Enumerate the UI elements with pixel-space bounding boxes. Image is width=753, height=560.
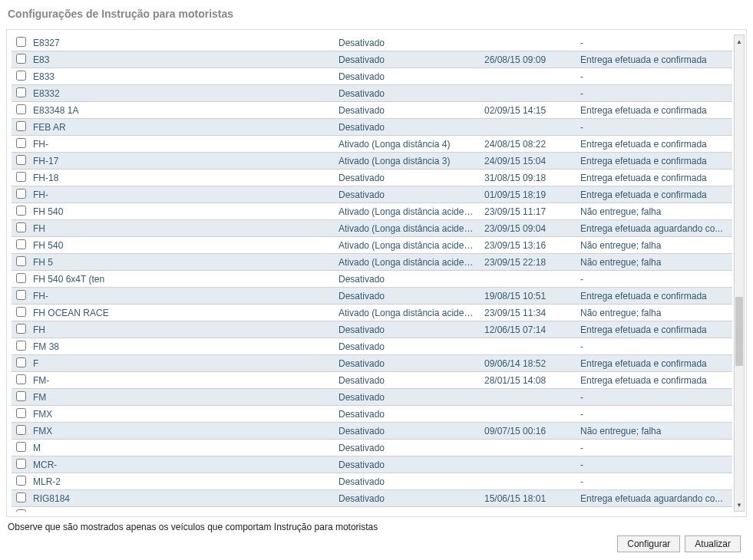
table-row[interactable]: FHAtivado (Longa distância acidenta...23…	[12, 220, 732, 237]
table-row[interactable]: FHDesativado12/06/15 07:14Entrega efetua…	[12, 321, 732, 338]
row-checkbox-cell	[12, 254, 30, 271]
status-value: Desativado	[335, 170, 481, 186]
table-row[interactable]: FMXDesativado09/07/15 00:16Não entregue;…	[12, 423, 732, 440]
table-row[interactable]: FDesativado09/06/14 18:52Entrega efetuad…	[12, 355, 732, 372]
status-value: Desativado	[335, 288, 481, 305]
row-checkbox[interactable]	[16, 408, 26, 418]
row-checkbox[interactable]	[16, 459, 26, 469]
vehicle-name: FH 540	[30, 237, 335, 254]
row-checkbox[interactable]	[16, 374, 26, 384]
row-checkbox[interactable]	[16, 189, 26, 199]
table-row[interactable]: FH 5Ativado (Longa distância acidenta...…	[12, 254, 732, 271]
table-row[interactable]: FH-18Desativado31/08/15 09:18Entrega efe…	[12, 170, 732, 186]
date-value	[481, 389, 577, 406]
date-value: 24/09/15 15:04	[481, 153, 577, 170]
status-value: Desativado	[335, 338, 481, 355]
date-value: 31/08/15 09:18	[481, 170, 577, 186]
vertical-scrollbar[interactable]: ▲ ▼	[734, 35, 745, 512]
row-checkbox[interactable]	[16, 71, 26, 81]
row-checkbox[interactable]	[16, 206, 26, 216]
table-row[interactable]: FMDesativado-	[12, 389, 732, 406]
date-value: 28/01/15 14:08	[481, 372, 577, 389]
table-row[interactable]: FH-Desativado19/08/15 10:51Entrega efetu…	[12, 288, 732, 305]
table-row[interactable]: FH-Ativado (Longa distância 4)24/08/15 0…	[12, 136, 732, 153]
table-row[interactable]: E8327Desativado-	[12, 35, 732, 51]
table-row[interactable]: E83348 1ADesativado02/09/15 14:15Entrega…	[12, 102, 732, 119]
row-checkbox[interactable]	[16, 239, 26, 249]
row-checkbox-cell	[12, 102, 30, 119]
vehicle-name: FH 5	[30, 254, 335, 271]
table-row[interactable]: VM 33Ativado (45/1/60)04/03/15 09:11Entr…	[12, 507, 732, 512]
date-value: 12/06/15 07:14	[481, 321, 577, 338]
result-value: Entrega efetuada e confirmada	[577, 372, 732, 389]
row-checkbox[interactable]	[16, 138, 26, 148]
table-row[interactable]: FEB ARDesativado-	[12, 119, 732, 136]
result-value: Não entregue; falha	[577, 237, 732, 254]
row-checkbox-cell	[12, 473, 30, 490]
row-checkbox-cell	[12, 51, 30, 68]
vehicle-name: E83	[30, 51, 335, 68]
result-value: -	[577, 35, 732, 51]
row-checkbox[interactable]	[16, 222, 26, 232]
table-row[interactable]: FM 38Desativado-	[12, 338, 732, 355]
vehicle-name: E83348 1A	[30, 102, 335, 119]
row-checkbox[interactable]	[16, 425, 26, 435]
table-row[interactable]: FH 540Ativado (Longa distância acidenta.…	[12, 203, 732, 220]
row-checkbox[interactable]	[16, 442, 26, 452]
status-value: Ativado (Longa distância acidenta...	[335, 220, 481, 237]
table-row[interactable]: FH-17Ativado (Longa distância 3)24/09/15…	[12, 153, 732, 170]
row-checkbox[interactable]	[16, 155, 26, 165]
date-value	[481, 440, 577, 456]
row-checkbox-cell	[12, 186, 30, 203]
row-checkbox[interactable]	[16, 37, 26, 47]
row-checkbox-cell	[12, 490, 30, 507]
table-row[interactable]: MDesativado-	[12, 440, 732, 456]
row-checkbox[interactable]	[16, 290, 26, 300]
row-checkbox-cell	[12, 153, 30, 170]
table-row[interactable]: E83Desativado26/08/15 09:09Entrega efetu…	[12, 51, 732, 68]
result-value: Entrega efetuada e confirmada	[577, 288, 732, 305]
table-row[interactable]: E833Desativado-	[12, 68, 732, 85]
table-row[interactable]: FMXDesativado-	[12, 406, 732, 423]
row-checkbox-cell	[12, 237, 30, 254]
date-value: 23/09/15 13:16	[481, 237, 577, 254]
row-checkbox[interactable]	[16, 87, 26, 97]
table-row[interactable]: MLR-2Desativado-	[12, 473, 732, 490]
row-checkbox[interactable]	[16, 121, 26, 131]
configure-button[interactable]: Configurar	[617, 535, 680, 552]
date-value: 23/09/15 09:04	[481, 220, 577, 237]
row-checkbox[interactable]	[16, 492, 26, 502]
status-value: Ativado (Longa distância 3)	[335, 153, 481, 170]
row-checkbox[interactable]	[16, 391, 26, 401]
row-checkbox[interactable]	[16, 357, 26, 367]
table-row[interactable]: FH 540Ativado (Longa distância acidenta.…	[12, 237, 732, 254]
row-checkbox[interactable]	[16, 324, 26, 334]
table-row[interactable]: MCR-Desativado-	[12, 456, 732, 473]
row-checkbox[interactable]	[16, 341, 26, 351]
row-checkbox[interactable]	[16, 509, 26, 512]
result-value: Não entregue; falha	[577, 305, 732, 321]
row-checkbox[interactable]	[16, 307, 26, 317]
row-checkbox[interactable]	[16, 54, 26, 64]
table-row[interactable]: FH 540 6x4T (tenDesativado-	[12, 271, 732, 288]
scroll-thumb[interactable]	[735, 297, 743, 366]
table-row[interactable]: FH OCEAN RACEAtivado (Longa distância ac…	[12, 305, 732, 321]
row-checkbox[interactable]	[16, 476, 26, 486]
row-checkbox[interactable]	[16, 104, 26, 114]
row-checkbox[interactable]	[16, 273, 26, 283]
table-row[interactable]: FM-Desativado28/01/15 14:08Entrega efetu…	[12, 372, 732, 389]
row-checkbox-cell	[12, 406, 30, 423]
row-checkbox[interactable]	[16, 256, 26, 266]
table-row[interactable]: FH-Desativado01/09/15 18:19Entrega efetu…	[12, 186, 732, 203]
status-value: Ativado (Longa distância acidenta...	[335, 203, 481, 220]
status-value: Desativado	[335, 68, 481, 85]
vehicle-name: RIG8184	[30, 490, 335, 507]
table-row[interactable]: RIG8184Desativado15/06/15 18:01Entrega e…	[12, 490, 732, 507]
scroll-down-icon[interactable]: ▼	[735, 499, 744, 511]
scroll-up-icon[interactable]: ▲	[735, 35, 744, 48]
table-row[interactable]: E8332Desativado-	[12, 85, 732, 102]
result-value: Entrega efetuada aguardando co...	[577, 490, 732, 507]
table-scroller[interactable]: E8327Desativado-E83Desativado26/08/15 09…	[12, 35, 732, 512]
row-checkbox[interactable]	[16, 172, 26, 182]
refresh-button[interactable]: Atualizar	[685, 535, 741, 552]
